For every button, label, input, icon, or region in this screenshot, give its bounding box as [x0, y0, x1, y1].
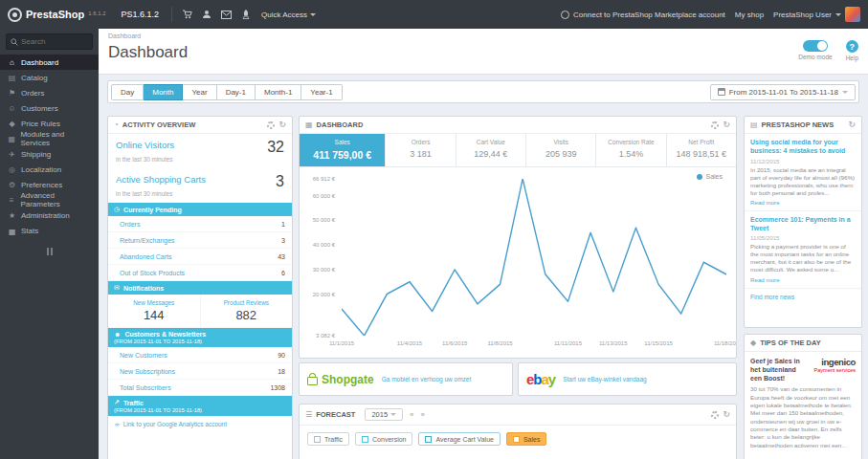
my-shop-link[interactable]: My shop — [735, 11, 764, 19]
new-messages-cell[interactable]: New Messages 144 — [108, 295, 200, 327]
shopgate-module[interactable]: Shopgate Ga mobiel en verhoog uw omzet — [300, 363, 512, 395]
sidebar-item-customers[interactable]: ☺ Customers — [0, 100, 99, 116]
shopgate-cta-link[interactable]: Ga mobiel en verhoog uw omzet — [382, 376, 472, 382]
sidebar-search[interactable] — [6, 33, 93, 50]
forecast-sales-toggle[interactable]: Sales — [506, 432, 547, 446]
total-subscribers-row[interactable]: Total Subscribers 1308 — [108, 380, 292, 396]
sidebar-item-stats[interactable]: ▅ Stats — [0, 223, 99, 238]
read-more-link[interactable]: Read more — [750, 276, 856, 283]
search-input[interactable] — [21, 37, 84, 46]
kpi-visits[interactable]: Visits 205 939 — [526, 134, 596, 166]
kpi-cart-value[interactable]: Cart Value 129,44 € — [456, 134, 526, 166]
article-title-link[interactable]: Ecommerce 101: Payments in a Tweet — [750, 216, 856, 233]
news-refresh-icon[interactable]: ↻ — [848, 120, 856, 129]
user-menu[interactable]: PrestaShop User — [773, 7, 860, 22]
kpi-value: 411 759,00 € — [301, 149, 383, 161]
sidebar-item-price-rules[interactable]: ◆ Price Rules — [0, 116, 99, 131]
filter-day-1-button[interactable]: Day-1 — [217, 84, 256, 100]
kpi-conversion-rate[interactable]: Conversion Rate 1.54% — [596, 134, 666, 166]
forecast-conversion-toggle[interactable]: Conversion — [355, 432, 412, 446]
ebay-cta-link[interactable]: Start uw eBay-winkel vandaag — [563, 376, 646, 382]
find-more-news-link[interactable]: Find more news — [745, 289, 861, 305]
new-customers-row[interactable]: New Customers 90 — [108, 347, 292, 363]
google-analytics-link[interactable]: ∞ Link to your Google Analytics account — [108, 416, 292, 432]
sidebar-item-advanced-parameters[interactable]: ≡ Advanced Parameters — [0, 192, 99, 208]
product-reviews-cell[interactable]: Product Reviews 882 — [200, 295, 293, 327]
kpi-net-profit[interactable]: Net Profit 148 918,51 € — [667, 134, 736, 166]
out-of-stock-row[interactable]: Out of Stock Products 6 — [108, 265, 292, 281]
customers-newsletters-title: Customers & Newsletters — [124, 331, 206, 338]
read-more-link[interactable]: Read more — [750, 199, 856, 206]
abandoned-carts-row[interactable]: Abandoned Carts 43 — [108, 249, 292, 265]
sidebar-item-administration[interactable]: ★ Administration — [0, 208, 99, 223]
pending-orders-row[interactable]: Orders 1 — [108, 216, 292, 232]
dashboard-settings-gear-icon[interactable] — [711, 121, 719, 129]
article-title-link[interactable]: Using social media for your business: 4 … — [750, 139, 856, 156]
messages-notification-icon[interactable] — [221, 11, 232, 19]
forecast-refresh-icon[interactable]: ↻ — [723, 410, 730, 419]
sidebar-item-orders[interactable]: ⚑ Orders — [0, 85, 99, 100]
sidebar-item-catalog[interactable]: ▤ Catalog — [0, 70, 99, 85]
sidebar-item-label: Localization — [21, 165, 61, 174]
forecast-traffic-toggle[interactable]: Traffic — [307, 432, 349, 446]
help-button[interactable]: ? — [846, 40, 858, 53]
news-article: Using social media for your business: 4 … — [745, 134, 861, 211]
forecast-average-cart-value-toggle[interactable]: Average Cart Value — [418, 432, 500, 446]
sidebar-item-localization[interactable]: ◎ Localization — [0, 162, 99, 177]
kpi-sales[interactable]: Sales 411 759,00 € — [300, 134, 386, 166]
filter-year-button[interactable]: Year — [183, 84, 216, 100]
rocket-icon[interactable] — [241, 10, 251, 19]
breadcrumb[interactable]: Dashboard — [108, 33, 141, 39]
article-excerpt: Picking a payment provider is one of the… — [750, 243, 856, 273]
sidebar-item-shipping[interactable]: ✈ Shipping — [0, 146, 99, 162]
prestashop-logo[interactable]: PrestaShop 1.6.1.2 — [8, 8, 106, 22]
kpi-label: Sales — [301, 139, 383, 145]
new-subscriptions-row[interactable]: New Subscriptions 18 — [108, 363, 292, 380]
filter-month-1-button[interactable]: Month-1 — [256, 84, 301, 100]
kpi-orders[interactable]: Orders 3 181 — [386, 134, 456, 166]
date-range-button[interactable]: From 2015-11-01 To 2015-11-18 — [710, 84, 856, 100]
forecast-year-select[interactable]: 2015 — [365, 408, 403, 421]
online-visitors-link[interactable]: Online Visitors — [116, 140, 174, 150]
chart-legend[interactable]: Sales — [697, 173, 723, 180]
filter-year-1-button[interactable]: Year-1 — [301, 84, 342, 100]
sidebar-item-label: Price Rules — [21, 120, 60, 128]
caret-down-icon — [390, 413, 396, 416]
sidebar-item-modules[interactable]: ▦ Modules and Services — [0, 131, 99, 146]
sidebar-collapse-toggle[interactable] — [44, 248, 56, 255]
sidebar-item-label: Modules and Services — [20, 130, 91, 147]
clock-icon: ◷ — [114, 206, 120, 213]
shopgate-name: Shopgate — [322, 373, 374, 386]
kpi-value: 129,44 € — [458, 149, 523, 159]
forecast-next-icon[interactable]: » — [421, 410, 425, 419]
customers-notification-icon[interactable] — [202, 10, 211, 19]
sidebar-item-preferences[interactable]: ⚙ Preferences — [0, 177, 99, 192]
cell-value: 882 — [203, 308, 291, 322]
vendor-name: ingenico — [814, 357, 856, 367]
forecast-prev-icon[interactable]: « — [410, 410, 413, 419]
dashboard-refresh-icon[interactable]: ↻ — [723, 120, 730, 129]
forecast-settings-gear-icon[interactable] — [711, 411, 719, 419]
online-visitors-row: Online Visitors 32 — [108, 134, 292, 155]
marketplace-link[interactable]: Connect to PrestaShop Marketplace accoun… — [561, 11, 725, 19]
filter-month-button[interactable]: Month — [144, 84, 183, 100]
customers-icon: ☺ — [8, 104, 16, 113]
pending-returns-row[interactable]: Return/Exchanges 3 — [108, 232, 292, 249]
news-article: Ecommerce 101: Payments in a Tweet 11/05… — [745, 211, 861, 289]
shop-name-link[interactable]: PS1.6.1.2 — [122, 10, 160, 19]
orders-notification-icon[interactable] — [182, 10, 192, 19]
checkbox-icon — [425, 436, 432, 443]
demo-mode-toggle[interactable] — [803, 40, 828, 52]
active-carts-link[interactable]: Active Shopping Carts — [116, 174, 206, 185]
row-value: 43 — [278, 253, 285, 260]
ebay-module[interactable]: ebay Start uw eBay-winkel vandaag — [519, 363, 736, 395]
activity-settings-gear-icon[interactable] — [267, 121, 275, 129]
activity-refresh-icon[interactable]: ↻ — [278, 120, 286, 129]
sidebar-item-dashboard[interactable]: ⌂ Dashboard — [0, 55, 99, 70]
quick-access-menu[interactable]: Quick Access — [261, 11, 316, 19]
my-shop-label: My shop — [735, 11, 764, 19]
kpi-label: Cart Value — [458, 139, 523, 145]
filter-day-button[interactable]: Day — [111, 84, 144, 100]
sidebar-item-label: Stats — [21, 227, 38, 235]
sidebar-item-label: Shipping — [21, 150, 51, 159]
